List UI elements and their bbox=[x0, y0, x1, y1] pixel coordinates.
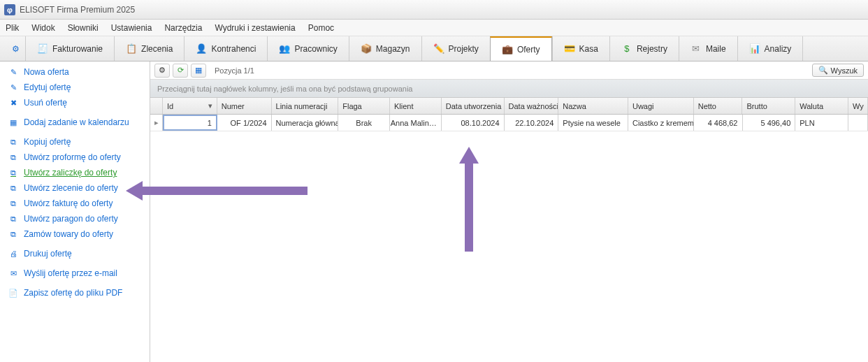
cell-klient: Anna Malin… bbox=[390, 115, 442, 131]
cell-waluta: PLN bbox=[795, 115, 848, 131]
cell-numer: OF 1/2024 bbox=[217, 115, 272, 131]
tab-rejestry[interactable]: $Rejestry bbox=[609, 36, 679, 61]
titlebar: φ ELISOFT Firma Premium 2025 bbox=[0, 0, 868, 20]
col-netto[interactable]: Netto bbox=[694, 98, 743, 114]
sidebar-item-dodaj-zadanie-w-kalendarzu[interactable]: ▦Dodaj zadanie w kalendarzu bbox=[0, 115, 150, 130]
col-nazwa[interactable]: Nazwa bbox=[558, 98, 628, 114]
sidebar-item-zamów-towary-do-oferty[interactable]: ⧉Zamów towary do oferty bbox=[0, 226, 150, 242]
sidebar-item-utwórz-zaliczkę-do-oferty[interactable]: ⧉Utwórz zaliczkę do oferty bbox=[0, 165, 150, 180]
toolbar-tabs: ⚙ 🧾Fakturowanie📋Zlecenia👤Kontrahenci👥Pra… bbox=[0, 36, 868, 61]
tab-kasa[interactable]: 💳Kasa bbox=[552, 36, 609, 61]
sidebar-item-nowa-oferta[interactable]: ✎Nowa oferta bbox=[0, 64, 150, 80]
search-label: Wyszuk bbox=[831, 66, 858, 75]
sidebar-label: Utwórz fakturę do oferty bbox=[24, 198, 113, 209]
tab-label: Kasa bbox=[579, 44, 598, 54]
col-brutto[interactable]: Brutto bbox=[742, 98, 795, 114]
tab-fakturowanie[interactable]: 🧾Fakturowanie bbox=[25, 36, 114, 61]
sidebar-icon: ⧉ bbox=[8, 214, 18, 224]
col-klient[interactable]: Klient bbox=[390, 98, 442, 114]
app-icon: φ bbox=[4, 4, 15, 15]
pracownicy-icon: 👥 bbox=[279, 43, 290, 55]
tab-oferty[interactable]: 💼Oferty bbox=[490, 36, 552, 61]
tab-label: Magazyn bbox=[376, 44, 410, 54]
menu-plik[interactable]: Plik bbox=[6, 23, 19, 33]
sidebar-item-utwórz-fakturę-do-oferty[interactable]: ⧉Utwórz fakturę do oferty bbox=[0, 196, 150, 211]
col-numer[interactable]: Numer bbox=[217, 98, 272, 114]
cell-flaga: Brak bbox=[338, 115, 390, 131]
col-data-utworzenia[interactable]: Data utworzenia bbox=[442, 98, 505, 114]
sidebar-item-drukuj-ofertę[interactable]: 🖨Drukuj ofertę bbox=[0, 246, 150, 261]
tab-zlecenia[interactable]: 📋Zlecenia bbox=[114, 36, 184, 61]
main-panel: ⚙ ⟳ ▦ Pozycja 1/1 🔍 Wyszuk Przeciągnij t… bbox=[150, 61, 868, 362]
col-uwagi[interactable]: Uwagi bbox=[628, 98, 694, 114]
columns-button[interactable]: ▦ bbox=[191, 64, 206, 78]
maile-icon: ✉ bbox=[690, 43, 702, 55]
zlecenia-icon: 📋 bbox=[126, 43, 137, 55]
sidebar-item-usuń-ofertę[interactable]: ✖Usuń ofertę bbox=[0, 95, 150, 110]
cell-nazwa: Ptysie na wesele bbox=[558, 115, 628, 131]
menu-wydruki-i-zestawienia[interactable]: Wydruki i zestawienia bbox=[215, 23, 295, 33]
menu-pomoc[interactable]: Pomoc bbox=[308, 23, 334, 33]
table-toolbar: ⚙ ⟳ ▦ Pozycja 1/1 🔍 Wyszuk bbox=[150, 61, 868, 80]
sidebar-label: Utwórz zlecenie do oferty bbox=[24, 182, 118, 194]
col-flaga[interactable]: Flaga bbox=[338, 98, 390, 114]
sidebar-item-wyślij-ofertę-przez-e-mail[interactable]: ✉Wyślij ofertę przez e-mail bbox=[0, 266, 150, 281]
cell-linia: Numeracja główna bbox=[272, 115, 339, 131]
row-indicator-col bbox=[150, 98, 163, 114]
cog-button[interactable]: ⚙ bbox=[154, 64, 170, 78]
sidebar-label: Utwórz proformę do oferty bbox=[24, 152, 121, 163]
analizy-icon: 📊 bbox=[749, 43, 760, 55]
cell-id[interactable]: 1 bbox=[163, 115, 217, 131]
rejestry-icon: $ bbox=[621, 43, 632, 55]
tab-analizy[interactable]: 📊Analizy bbox=[737, 36, 804, 61]
row-indicator-icon: ▸ bbox=[150, 115, 163, 131]
sidebar-item-utwórz-proformę-do-oferty[interactable]: ⧉Utwórz proformę do oferty bbox=[0, 150, 150, 165]
col-id[interactable]: Id▾ bbox=[163, 98, 217, 114]
sidebar-label: Dodaj zadanie w kalendarzu bbox=[24, 117, 129, 128]
search-icon: 🔍 bbox=[818, 66, 828, 75]
tab-label: Rejestry bbox=[637, 44, 667, 54]
tab-kontrahenci[interactable]: 👤Kontrahenci bbox=[184, 36, 267, 61]
tab-label: Analizy bbox=[765, 44, 792, 54]
search-button[interactable]: 🔍 Wyszuk bbox=[812, 64, 864, 77]
sidebar-label: Drukuj ofertę bbox=[24, 248, 72, 259]
fakturowanie-icon: 🧾 bbox=[37, 43, 48, 55]
gear-icon[interactable]: ⚙ bbox=[6, 36, 25, 61]
kontrahenci-icon: 👤 bbox=[196, 43, 207, 55]
menu-ustawienia[interactable]: Ustawienia bbox=[111, 23, 152, 33]
cell-data-waznosci: 22.10.2024 bbox=[505, 115, 559, 131]
menubar: PlikWidokSłownikiUstawieniaNarzędziaWydr… bbox=[0, 20, 868, 36]
cell-uwagi: Ciastko z kremem bbox=[628, 115, 694, 131]
tab-label: Projekty bbox=[449, 44, 479, 54]
tab-projekty[interactable]: ✏️Projekty bbox=[421, 36, 490, 61]
col-linia[interactable]: Linia numeracji bbox=[272, 98, 339, 114]
table-row[interactable]: ▸ 1 OF 1/2024 Numeracja główna Brak Anna… bbox=[150, 115, 868, 131]
sidebar-item-utwórz-zlecenie-do-oferty[interactable]: ⧉Utwórz zlecenie do oferty bbox=[0, 180, 150, 196]
col-data-waznosci[interactable]: Data ważności bbox=[505, 98, 559, 114]
col-wy[interactable]: Wy bbox=[848, 98, 868, 114]
sidebar-icon: ⧉ bbox=[8, 183, 18, 193]
sidebar-item-kopiuj-ofertę[interactable]: ⧉Kopiuj ofertę bbox=[0, 134, 150, 150]
tab-label: Oferty bbox=[517, 45, 540, 55]
tab-maile[interactable]: ✉Maile bbox=[679, 36, 737, 61]
menu-słowniki[interactable]: Słowniki bbox=[68, 23, 99, 33]
menu-widok[interactable]: Widok bbox=[31, 23, 55, 33]
tab-label: Zlecenia bbox=[141, 44, 173, 54]
sidebar-item-utwórz-paragon-do-oferty[interactable]: ⧉Utwórz paragon do oferty bbox=[0, 211, 150, 226]
sidebar-icon: ⧉ bbox=[8, 229, 18, 239]
cell-wy bbox=[848, 115, 868, 131]
tab-magazyn[interactable]: 📦Magazyn bbox=[349, 36, 421, 61]
sidebar: ✎Nowa oferta✎Edytuj ofertę✖Usuń ofertę▦D… bbox=[0, 61, 150, 362]
menu-narzędzia[interactable]: Narzędzia bbox=[164, 23, 202, 33]
sidebar-icon: ⧉ bbox=[8, 152, 18, 162]
tab-label: Kontrahenci bbox=[211, 44, 256, 54]
tab-pracownicy[interactable]: 👥Pracownicy bbox=[267, 36, 348, 61]
sidebar-label: Edytuj ofertę bbox=[24, 82, 71, 93]
sidebar-item-zapisz-ofertę-do-pliku-pdf[interactable]: 📄Zapisz ofertę do pliku PDF bbox=[0, 285, 150, 301]
sidebar-item-edytuj-ofertę[interactable]: ✎Edytuj ofertę bbox=[0, 80, 150, 95]
group-drop-area[interactable]: Przeciągnij tutaj nagłówek kolumny, jeśl… bbox=[150, 80, 868, 98]
sidebar-icon: ✎ bbox=[8, 67, 18, 77]
sidebar-icon: ⧉ bbox=[8, 137, 18, 147]
col-waluta[interactable]: Waluta bbox=[795, 98, 848, 114]
refresh-button[interactable]: ⟳ bbox=[173, 64, 188, 78]
